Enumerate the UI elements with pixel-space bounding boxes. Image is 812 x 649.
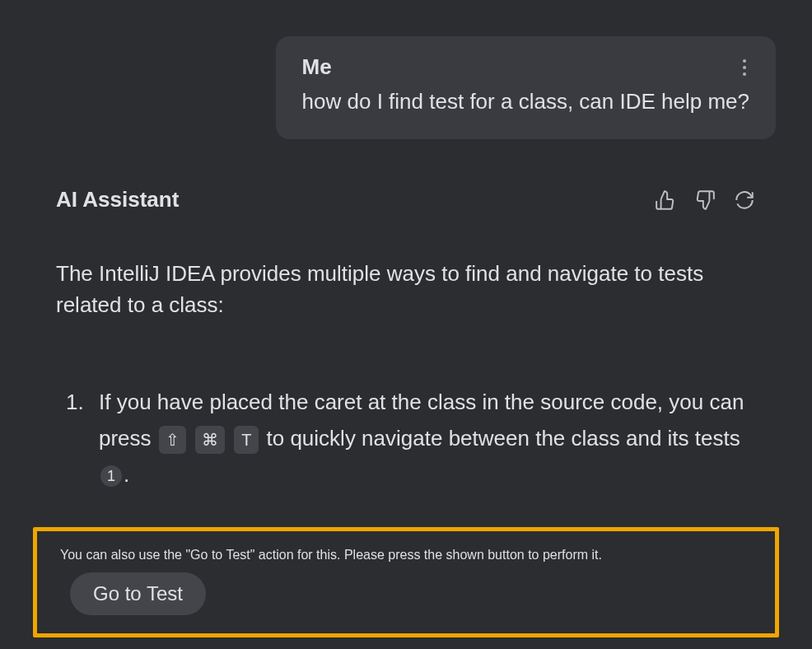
assistant-actions <box>654 189 756 212</box>
user-label: Me <box>302 54 332 80</box>
reference-badge[interactable]: 1 <box>100 465 122 487</box>
shortcut-key-cmd: ⌘ <box>195 426 225 454</box>
highlight-box: You can also use the "Go to Test" action… <box>33 527 779 637</box>
shortcut-key-t: T <box>234 426 259 454</box>
item1-text-end: . <box>124 462 129 487</box>
assistant-section: AI Assistant <box>36 187 776 637</box>
shortcut-key-shift: ⇧ <box>159 426 186 454</box>
user-message-bubble: Me how do I find test for a class, can I… <box>276 36 776 139</box>
thumbs-up-icon[interactable] <box>654 189 677 212</box>
assistant-intro-text: The IntelliJ IDEA provides multiple ways… <box>56 259 756 320</box>
user-message-header: Me <box>302 54 749 80</box>
refresh-icon[interactable] <box>733 189 756 212</box>
kebab-menu-icon[interactable] <box>740 56 749 79</box>
assistant-label: AI Assistant <box>56 187 179 212</box>
item2-text: You can also use the "Go to Test" action… <box>60 548 602 562</box>
list-item-2: You can also use the "Go to Test" action… <box>60 548 752 615</box>
list-item-1: If you have placed the caret at the clas… <box>56 384 756 493</box>
assistant-list: If you have placed the caret at the clas… <box>56 384 756 638</box>
thumbs-down-icon[interactable] <box>693 189 716 212</box>
assistant-header: AI Assistant <box>56 187 756 212</box>
item1-text-after: to quickly navigate between the class an… <box>260 426 740 451</box>
user-message-text: how do I find test for a class, can IDE … <box>302 86 749 116</box>
go-to-test-button[interactable]: Go to Test <box>70 572 206 615</box>
